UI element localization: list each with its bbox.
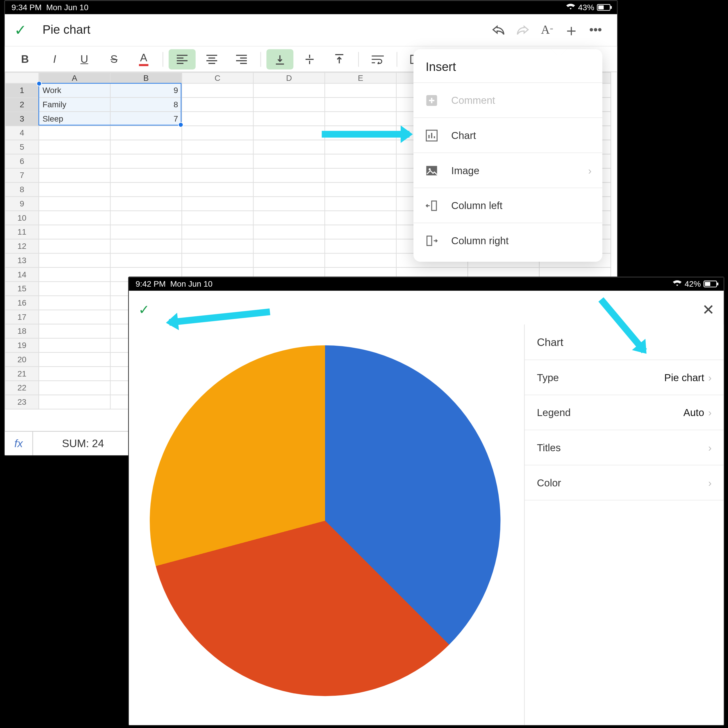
cell[interactable] [110, 225, 182, 239]
cell[interactable] [325, 154, 396, 168]
row-header[interactable]: 21 [5, 367, 39, 381]
row-header[interactable]: 23 [5, 395, 39, 409]
cell[interactable] [253, 97, 325, 112]
row-header[interactable]: 1 [5, 83, 39, 98]
col-header[interactable]: B [110, 72, 182, 83]
cell[interactable] [39, 338, 110, 352]
cell[interactable] [182, 83, 253, 98]
cell[interactable] [325, 253, 396, 268]
row-header[interactable]: 10 [5, 211, 39, 225]
cell[interactable] [110, 211, 182, 225]
cell[interactable] [110, 197, 182, 211]
cell[interactable] [253, 112, 325, 126]
cell[interactable]: 7 [110, 112, 182, 126]
close-button[interactable]: ✕ [702, 301, 714, 319]
cell[interactable] [182, 183, 253, 197]
cell[interactable] [325, 83, 396, 98]
cell[interactable] [182, 197, 253, 211]
cell[interactable] [182, 126, 253, 140]
cell[interactable] [39, 168, 110, 183]
underline-button[interactable]: U [71, 49, 98, 69]
insert-menu-item-image[interactable]: Image› [413, 152, 603, 188]
cell[interactable] [39, 225, 110, 239]
cell[interactable] [39, 253, 110, 268]
row-header[interactable]: 15 [5, 282, 39, 296]
italic-button[interactable]: I [41, 49, 68, 69]
cell[interactable] [110, 126, 182, 140]
row-header[interactable]: 7 [5, 168, 39, 183]
cell[interactable] [39, 282, 110, 296]
row-header[interactable]: 20 [5, 352, 39, 367]
cell[interactable] [325, 239, 396, 253]
text-color-button[interactable]: A [130, 49, 157, 69]
cell[interactable] [39, 296, 110, 310]
cell[interactable] [39, 395, 110, 409]
cell[interactable] [182, 168, 253, 183]
strikethrough-button[interactable]: S [101, 49, 128, 69]
cell[interactable] [325, 225, 396, 239]
wrap-button[interactable] [364, 49, 392, 69]
cell[interactable] [39, 310, 110, 324]
confirm-chart-button[interactable]: ✓ [138, 301, 150, 318]
chart-option-color[interactable]: Color› [525, 465, 723, 501]
cell[interactable] [182, 97, 253, 112]
cell[interactable] [325, 140, 396, 154]
chart-option-legend[interactable]: LegendAuto› [525, 395, 723, 431]
cell[interactable] [182, 140, 253, 154]
row-header[interactable]: 8 [5, 183, 39, 197]
cell[interactable] [39, 126, 110, 140]
cell[interactable] [182, 154, 253, 168]
row-header[interactable]: 6 [5, 154, 39, 168]
valign-top-button[interactable] [326, 49, 353, 69]
bold-button[interactable]: B [11, 49, 38, 69]
cell[interactable] [39, 268, 110, 282]
cell[interactable] [39, 211, 110, 225]
insert-menu-item-chart[interactable]: Chart [413, 118, 603, 153]
cell[interactable] [39, 352, 110, 367]
more-button[interactable]: ••• [584, 18, 608, 42]
cell[interactable] [39, 381, 110, 395]
cell[interactable] [110, 154, 182, 168]
valign-bottom-button[interactable] [266, 49, 294, 69]
cell[interactable] [110, 239, 182, 253]
text-format-button[interactable]: A⁼ [535, 18, 559, 42]
cell[interactable] [325, 183, 396, 197]
insert-menu-item-column-right[interactable]: Column right [413, 223, 603, 258]
col-header[interactable]: E [325, 72, 396, 83]
cell[interactable]: Work [39, 83, 110, 98]
cell[interactable] [182, 112, 253, 126]
chart-option-titles[interactable]: Titles› [525, 430, 723, 465]
cell[interactable] [253, 211, 325, 225]
cell[interactable] [182, 239, 253, 253]
cell[interactable] [39, 197, 110, 211]
undo-button[interactable] [486, 18, 511, 42]
col-header[interactable]: A [39, 72, 110, 83]
align-center-button[interactable] [198, 49, 225, 69]
cell[interactable] [253, 168, 325, 183]
cell[interactable] [110, 183, 182, 197]
cell[interactable] [325, 211, 396, 225]
row-header[interactable]: 4 [5, 126, 39, 140]
row-header[interactable]: 9 [5, 197, 39, 211]
insert-menu-item-column-left[interactable]: Column left [413, 188, 603, 223]
cell[interactable] [39, 239, 110, 253]
align-left-button[interactable] [169, 49, 196, 69]
cell[interactable] [39, 140, 110, 154]
row-header[interactable]: 14 [5, 268, 39, 282]
cell[interactable] [325, 168, 396, 183]
col-header[interactable]: D [253, 72, 325, 83]
cell[interactable] [39, 183, 110, 197]
row-header[interactable]: 22 [5, 381, 39, 395]
row-header[interactable]: 5 [5, 140, 39, 154]
cell[interactable] [253, 225, 325, 239]
cell[interactable] [110, 253, 182, 268]
cell[interactable]: Sleep [39, 112, 110, 126]
confirm-check-icon[interactable]: ✓ [14, 21, 26, 39]
row-header[interactable]: 19 [5, 338, 39, 352]
cell[interactable] [253, 83, 325, 98]
cell[interactable] [39, 367, 110, 381]
cell[interactable]: 9 [110, 83, 182, 98]
row-header[interactable]: 17 [5, 310, 39, 324]
row-header[interactable]: 3 [5, 112, 39, 126]
row-header[interactable]: 11 [5, 225, 39, 239]
